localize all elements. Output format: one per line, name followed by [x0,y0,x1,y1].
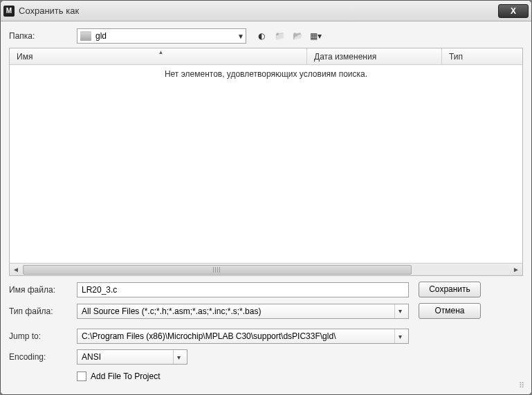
folder-combo[interactable]: gld ▼ [77,28,246,44]
view-menu-icon[interactable]: ▦▾ [309,29,322,43]
encoding-combo[interactable]: ANSI ▾ [77,349,187,365]
toolbar-icons: ◐ 📁 📂 ▦▾ [255,29,322,43]
titlebar[interactable]: M Сохранить как X [1,1,531,21]
scroll-right-icon[interactable]: ► [510,266,522,273]
new-folder-icon[interactable]: 📂 [291,29,304,43]
column-type[interactable]: Тип [442,48,522,64]
column-date[interactable]: Дата изменения [307,48,442,64]
filetype-value: All Source Files (*.c;*.h;*.asm;*.as;*.i… [82,306,261,316]
resize-grip-icon[interactable]: ⠿ [519,381,523,390]
filetype-combo[interactable]: All Source Files (*.c;*.h;*.asm;*.as;*.i… [77,304,409,319]
filename-label: Имя файла: [9,285,77,295]
chevron-down-icon: ▾ [394,329,405,343]
scroll-thumb[interactable] [23,265,412,275]
listview-header: Имя▲ Дата изменения Тип [10,48,522,65]
file-listview: Имя▲ Дата изменения Тип Нет элементов, у… [9,48,523,276]
scroll-left-icon[interactable]: ◄ [10,266,22,273]
listview-body[interactable]: Нет элементов, удовлетворяющих условиям … [10,65,522,263]
save-button[interactable]: Сохранить [419,282,481,297]
app-icon: M [3,6,15,17]
scroll-track[interactable] [23,265,509,275]
empty-message: Нет элементов, удовлетворяющих условиям … [10,69,522,79]
encoding-value: ANSI [82,352,101,362]
folder-icon [80,31,91,41]
horizontal-scrollbar[interactable]: ◄ ► [10,263,522,275]
close-button[interactable]: X [498,4,529,18]
encoding-label: Encoding: [9,352,77,362]
folder-label: Папка: [9,31,77,41]
grip-icon [213,267,221,273]
filename-input[interactable] [77,282,409,297]
up-icon[interactable]: 📁 [273,29,286,43]
dialog-body: Папка: gld ▼ ◐ 📁 📂 ▦▾ Имя▲ Дата изменени… [1,21,531,394]
filetype-label: Тип файла: [9,306,77,316]
add-to-project-checkbox[interactable] [77,371,86,381]
chevron-down-icon: ▾ [173,350,184,364]
jump-combo[interactable]: C:\Program Files (x86)\Microchip\MPLAB C… [77,329,409,344]
save-as-dialog: M Сохранить как X Папка: gld ▼ ◐ 📁 📂 ▦▾ … [0,0,532,395]
folder-value: gld [95,31,107,41]
back-icon[interactable]: ◐ [255,29,268,43]
add-to-project-label: Add File To Project [91,371,160,381]
chevron-down-icon: ▾ [394,304,405,318]
jump-label: Jump to: [9,331,77,341]
chevron-down-icon: ▼ [237,33,244,40]
window-title: Сохранить как [19,6,498,16]
column-name[interactable]: Имя▲ [10,48,307,64]
sort-indicator-icon: ▲ [158,49,164,55]
cancel-button[interactable]: Отмена [419,303,481,319]
jump-value: C:\Program Files (x86)\Microchip\MPLAB C… [82,331,336,341]
